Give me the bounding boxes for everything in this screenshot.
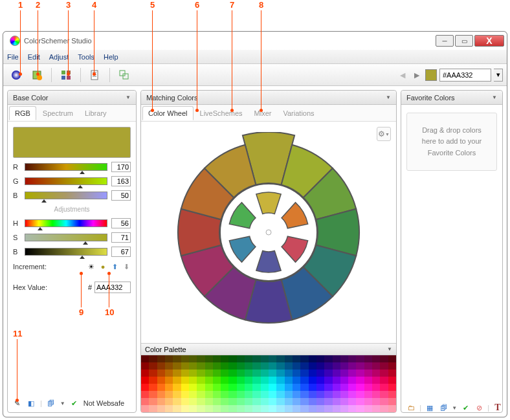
titlebar: ColorSchemer Studio ─ ▭ X [3, 32, 507, 50]
check-icon[interactable]: ✔ [69, 398, 80, 408]
window-title: ColorSchemer Studio [24, 37, 92, 45]
select-icon[interactable]: ◧ [26, 398, 36, 408]
minimize-button[interactable]: ─ [436, 35, 454, 47]
svg-rect-4 [67, 71, 71, 74]
svg-rect-3 [61, 71, 65, 74]
copy-icon[interactable]: 🗐 [438, 403, 449, 413]
inc-down-icon[interactable]: ⬇ [122, 262, 131, 271]
h-label: H [13, 219, 21, 227]
svg-rect-5 [61, 76, 65, 80]
bri-slider[interactable] [25, 248, 107, 256]
toolbar-button-5[interactable] [115, 67, 133, 83]
tab-mixer[interactable]: Mixer [249, 107, 277, 120]
maximize-button[interactable]: ▭ [455, 35, 473, 47]
svg-rect-6 [67, 76, 71, 80]
nav-back-icon[interactable]: ◄ [397, 70, 408, 80]
svg-rect-7 [91, 71, 98, 80]
r-value[interactable] [111, 162, 131, 172]
hint-text: here to add to your [422, 136, 482, 148]
hex-dropdown[interactable]: ▾ [494, 69, 503, 82]
menu-adjust[interactable]: Adjust [49, 53, 69, 61]
nav-fwd-icon[interactable]: ► [411, 70, 423, 80]
svg-rect-11 [120, 71, 125, 76]
menubar: File Edit Adjust Tools Help [3, 50, 507, 64]
bri-label: B [13, 248, 21, 256]
toolbar-button-4[interactable] [86, 67, 104, 83]
adjustments-label: Adjustments [13, 206, 131, 213]
tab-spectrum[interactable]: Spectrum [38, 107, 78, 120]
hex-hash: # [88, 283, 92, 291]
menu-tools[interactable]: Tools [78, 53, 94, 61]
h-value[interactable] [111, 218, 131, 228]
menu-help[interactable]: Help [104, 53, 118, 61]
color-palette-grid[interactable] [141, 355, 396, 412]
darken-icon[interactable]: ● [98, 262, 107, 271]
bri-value[interactable] [111, 247, 131, 257]
s-value[interactable] [111, 232, 131, 243]
grid-icon[interactable]: ▦ [425, 403, 435, 413]
delete-icon[interactable]: ⊘ [474, 403, 484, 413]
gear-icon[interactable]: ⚙▼ [377, 127, 391, 141]
hint-text: Drag & drop colors [422, 125, 482, 137]
toolbar-colorwheel-button[interactable] [7, 67, 25, 83]
s-slider[interactable] [25, 234, 107, 241]
apply-icon[interactable]: ✔ [460, 403, 471, 413]
close-button[interactable]: X [474, 35, 504, 47]
r-slider[interactable] [25, 163, 107, 171]
palette-title: Color Palette [145, 346, 186, 353]
color-wheel[interactable] [168, 132, 369, 333]
matching-colors-panel: Matching Colors▼ Color Wheel LiveSchemes… [140, 90, 397, 413]
dropdown-icon[interactable]: ▼ [386, 94, 391, 100]
hex-value-input[interactable] [94, 282, 131, 293]
r-label: R [13, 163, 21, 171]
base-color-panel: Base Color▼ RGB Spectrum Library R G B A… [7, 90, 137, 413]
menu-file[interactable]: File [7, 53, 19, 61]
matching-title: Matching Colors [146, 94, 197, 102]
s-label: S [13, 234, 21, 241]
eyedropper-icon[interactable]: ✎ [12, 398, 22, 408]
dropdown-icon[interactable]: ▼ [492, 94, 497, 100]
tab-rgb[interactable]: RGB [9, 106, 36, 120]
app-icon [10, 36, 20, 46]
tab-library[interactable]: Library [80, 107, 112, 120]
toolbar-button-2[interactable] [28, 67, 46, 83]
g-value[interactable] [111, 176, 131, 186]
base-color-title: Base Color [13, 94, 48, 102]
svg-point-0 [12, 71, 21, 80]
favorites-dropzone[interactable]: Drag & drop colors here to add to your F… [406, 113, 497, 171]
base-color-preview [13, 127, 131, 158]
dropdown-icon[interactable]: ▼ [126, 94, 131, 100]
toolbar-button-3[interactable] [57, 67, 75, 83]
g-slider[interactable] [25, 177, 107, 185]
tab-liveschemes[interactable]: LiveSchemes [195, 107, 248, 120]
app-window: ColorSchemer Studio ─ ▭ X File Edit Adju… [3, 31, 507, 417]
toolbar: ◄ ► ▾ [3, 64, 507, 86]
b-slider[interactable] [25, 192, 107, 199]
color-wheel-area[interactable]: ⚙▼ [141, 122, 396, 343]
svg-point-2 [37, 75, 42, 80]
favorites-title: Favorite Colors [406, 94, 455, 102]
current-color-swatch[interactable] [425, 69, 437, 81]
g-label: G [13, 177, 21, 185]
hint-text: Favorite Colors [428, 148, 476, 159]
websafe-label: Not Websafe [83, 399, 124, 407]
text-icon[interactable]: T [493, 403, 503, 413]
svg-rect-12 [123, 74, 128, 79]
tab-variations[interactable]: Variations [278, 107, 319, 120]
menu-edit[interactable]: Edit [28, 53, 40, 61]
b-label: B [13, 192, 21, 199]
h-slider[interactable] [25, 219, 107, 227]
folder-icon[interactable]: 🗀 [406, 403, 416, 413]
lighten-icon[interactable]: ☀ [87, 262, 96, 271]
favorite-colors-panel: Favorite Colors▼ Drag & drop colors here… [401, 90, 503, 413]
hexvalue-label: Hex Value: [13, 283, 85, 291]
b-value[interactable] [111, 190, 131, 201]
inc-up-icon[interactable]: ⬆ [110, 262, 119, 271]
increment-label: Increment: [13, 263, 47, 271]
hex-input[interactable] [439, 69, 491, 82]
dropdown-icon[interactable]: ▼ [387, 346, 392, 352]
tab-colorwheel[interactable]: Color Wheel [142, 106, 194, 120]
copy-icon[interactable]: 🗐 [46, 398, 56, 408]
